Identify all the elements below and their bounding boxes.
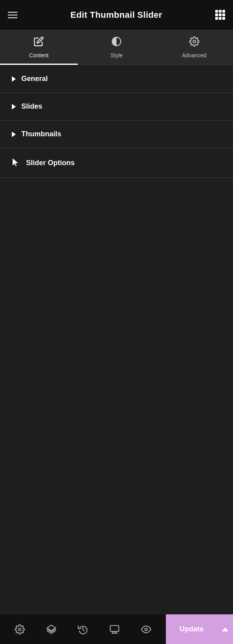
tab-content-label: Content xyxy=(29,52,49,58)
slider-options-content: Slider Options xyxy=(12,158,75,168)
chevron-up-icon xyxy=(222,627,228,631)
tab-style[interactable]: Style xyxy=(78,30,156,65)
chevron-right-icon xyxy=(12,132,16,137)
toolbar-icons-group xyxy=(0,621,166,637)
chevron-right-icon xyxy=(12,104,16,109)
sections-list: General Slides Thumbnails Slider Options xyxy=(0,65,233,178)
section-slides-label: Slides xyxy=(21,102,42,111)
tab-advanced[interactable]: Advanced xyxy=(155,30,233,65)
gear-icon xyxy=(189,36,199,49)
update-group: Update xyxy=(166,614,233,644)
section-thumbnails-label: Thumbnails xyxy=(21,130,61,138)
expand-button[interactable] xyxy=(217,614,233,644)
section-slider-options[interactable]: Slider Options xyxy=(0,148,233,178)
tabs-bar: Content Style Advanced xyxy=(0,30,233,65)
apps-grid-icon[interactable] xyxy=(215,10,225,20)
section-thumbnails[interactable]: Thumbnails xyxy=(0,121,233,148)
svg-point-7 xyxy=(145,628,148,631)
cursor-icon xyxy=(12,158,21,168)
responsive-icon[interactable] xyxy=(107,621,122,637)
tab-style-label: Style xyxy=(110,52,122,58)
section-general-label: General xyxy=(21,75,48,83)
svg-point-1 xyxy=(193,40,195,43)
layers-icon[interactable] xyxy=(43,621,59,637)
svg-point-2 xyxy=(19,628,21,631)
tab-advanced-label: Advanced xyxy=(182,52,207,58)
section-slider-options-label: Slider Options xyxy=(26,159,75,167)
bottom-toolbar: Update xyxy=(0,614,233,644)
preview-icon[interactable] xyxy=(138,621,154,637)
tab-content[interactable]: Content xyxy=(0,30,78,65)
header: Edit Thumbnail Slider xyxy=(0,0,233,30)
update-button[interactable]: Update xyxy=(166,614,217,644)
section-slides[interactable]: Slides xyxy=(0,93,233,121)
style-icon xyxy=(111,36,122,49)
section-general[interactable]: General xyxy=(0,65,233,93)
settings-icon[interactable] xyxy=(12,621,28,637)
history-icon[interactable] xyxy=(75,621,91,637)
page-title: Edit Thumbnail Slider xyxy=(70,10,162,20)
pencil-icon xyxy=(34,36,44,49)
svg-rect-4 xyxy=(110,625,119,631)
hamburger-menu-icon[interactable] xyxy=(8,12,17,18)
chevron-right-icon xyxy=(12,76,16,82)
